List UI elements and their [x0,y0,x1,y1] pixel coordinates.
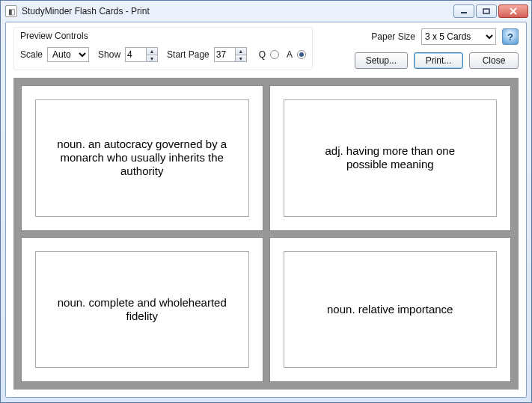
help-icon: ? [507,31,513,43]
card-page: noun. complete and wholehearted fidelity [21,237,263,383]
card-page: noun. relative importance [269,237,512,383]
show-input[interactable] [125,47,146,62]
titlebar: ◧ StudyMinder Flash Cards - Print [1,1,531,22]
startpage-spin-up[interactable]: ▲ [236,48,246,55]
card-content: noun. an autocracy governed by a monarch… [35,99,249,217]
client-area: Preview Controls Scale Auto Show ▲ ▼ [5,22,527,398]
minimize-button[interactable] [453,4,474,18]
show-spin-up[interactable]: ▲ [147,48,157,55]
card-content: noun. relative importance [284,251,498,369]
close-button[interactable]: Close [469,52,519,69]
close-icon [509,7,518,15]
setup-button[interactable]: Setup... [355,52,408,69]
paper-size-select[interactable]: 3 x 5 Cards [421,28,496,45]
paper-size-label: Paper Size [371,31,415,42]
app-icon: ◧ [5,5,17,17]
preview-area: noun. an autocracy governed by a monarch… [13,78,519,390]
startpage-input[interactable] [214,47,235,62]
card-page: noun. an autocracy governed by a monarch… [21,85,263,231]
a-label: A [287,49,293,60]
show-spin-down[interactable]: ▼ [147,55,157,61]
startpage-spin-down[interactable]: ▼ [236,55,246,61]
q-label: Q [259,49,266,60]
help-button[interactable]: ? [502,28,519,45]
show-spinner[interactable]: ▲ ▼ [125,47,158,62]
card-page: adj. having more than one possible meani… [269,85,512,231]
cards-grid: noun. an autocracy governed by a monarch… [21,85,511,382]
scale-label: Scale [20,49,43,60]
window-close-button[interactable] [498,4,528,18]
app-window: ◧ StudyMinder Flash Cards - Print Previe… [0,0,532,403]
scale-select[interactable]: Auto [47,47,89,62]
card-content: noun. complete and wholehearted fidelity [35,251,249,369]
svg-rect-1 [483,9,489,13]
print-button[interactable]: Print... [414,52,463,69]
show-label: Show [98,49,120,60]
preview-controls-title: Preview Controls [20,31,306,41]
maximize-button[interactable] [476,4,497,18]
minimize-icon [460,8,468,14]
controls-row: Preview Controls Scale Auto Show ▲ ▼ [6,22,526,78]
right-controls: Paper Size 3 x 5 Cards ? Setup... Print.… [355,27,519,69]
card-content: adj. having more than one possible meani… [284,99,498,217]
maximize-icon [483,8,490,14]
q-radio[interactable] [270,50,279,59]
a-radio[interactable] [297,50,306,59]
startpage-spinner[interactable]: ▲ ▼ [214,47,247,62]
startpage-label: Start Page [167,49,210,60]
window-title: StudyMinder Flash Cards - Print [22,6,150,16]
preview-controls-group: Preview Controls Scale Auto Show ▲ ▼ [13,27,313,70]
